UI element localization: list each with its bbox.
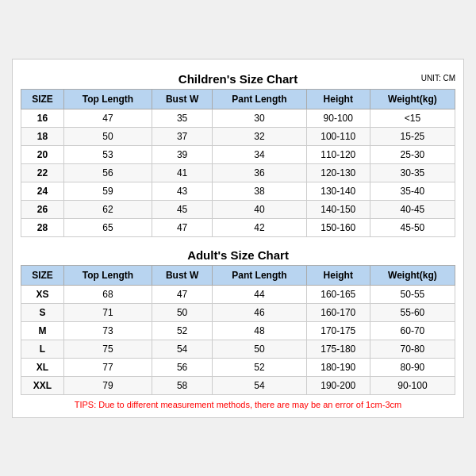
table-cell: 46 [213, 303, 306, 321]
adults-title-text: Adult's Size Chart [187, 248, 289, 262]
table-row: 22564136120-13030-35 [21, 163, 455, 182]
table-cell: 30 [213, 109, 306, 127]
table-cell: 175-180 [306, 340, 370, 358]
table-cell: 110-120 [306, 145, 370, 163]
table-cell: 58 [152, 376, 213, 394]
table-row: 20533934110-12025-30 [21, 145, 455, 163]
table-cell: 130-140 [306, 182, 370, 200]
table-cell: 52 [213, 358, 306, 376]
table-cell: 59 [63, 182, 152, 200]
adults-title: Adult's Size Chart [21, 244, 455, 265]
adults-col-toplength: Top Length [63, 265, 152, 285]
adults-col-size: SIZE [21, 265, 64, 285]
table-cell: 26 [21, 200, 64, 218]
table-cell: 42 [213, 218, 306, 236]
table-cell: 79 [63, 376, 152, 394]
table-cell: 52 [152, 321, 213, 340]
children-title-text: Children's Size Chart [178, 72, 298, 86]
table-cell: 36 [213, 163, 306, 182]
table-cell: 18 [21, 127, 64, 145]
table-row: XS684744160-16550-55 [21, 285, 455, 303]
table-row: L755450175-18070-80 [21, 340, 455, 358]
table-cell: 71 [63, 303, 152, 321]
table-cell: 140-150 [306, 200, 370, 218]
table-cell: 56 [63, 163, 152, 182]
table-row: 18503732100-11015-25 [21, 127, 455, 145]
table-cell: M [21, 321, 64, 340]
table-cell: 54 [152, 340, 213, 358]
table-cell: 38 [213, 182, 306, 200]
children-header-row: SIZE Top Length Bust W Pant Length Heigh… [21, 89, 455, 109]
table-row: M735248170-17560-70 [21, 321, 455, 340]
table-cell: 53 [63, 145, 152, 163]
adults-header-row: SIZE Top Length Bust W Pant Length Heigh… [21, 265, 455, 285]
children-col-toplength: Top Length [63, 89, 152, 109]
table-cell: 40 [213, 200, 306, 218]
table-row: XXL795854190-20090-100 [21, 376, 455, 394]
table-cell: 25-30 [370, 145, 455, 163]
unit-label: UNIT: CM [421, 74, 455, 83]
table-cell: 15-25 [370, 127, 455, 145]
table-cell: XXL [21, 376, 64, 394]
table-cell: <15 [370, 109, 455, 127]
table-row: S715046160-17055-60 [21, 303, 455, 321]
adults-col-pantlength: Pant Length [213, 265, 306, 285]
children-col-pantlength: Pant Length [213, 89, 306, 109]
table-cell: 120-130 [306, 163, 370, 182]
table-cell: 100-110 [306, 127, 370, 145]
table-cell: 28 [21, 218, 64, 236]
table-row: XL775652180-19080-90 [21, 358, 455, 376]
table-cell: 30-35 [370, 163, 455, 182]
table-row: 28654742150-16045-50 [21, 218, 455, 236]
table-cell: 50 [152, 303, 213, 321]
table-cell: 47 [63, 109, 152, 127]
table-cell: 54 [213, 376, 306, 394]
children-col-bustw: Bust W [152, 89, 213, 109]
table-cell: S [21, 303, 64, 321]
table-cell: 90-100 [306, 109, 370, 127]
table-cell: 75 [63, 340, 152, 358]
table-cell: 77 [63, 358, 152, 376]
table-cell: 55-60 [370, 303, 455, 321]
table-cell: 34 [213, 145, 306, 163]
table-cell: 47 [152, 285, 213, 303]
table-cell: 35-40 [370, 182, 455, 200]
table-cell: 160-170 [306, 303, 370, 321]
table-cell: 50 [213, 340, 306, 358]
children-col-weight: Weight(kg) [370, 89, 455, 109]
table-cell: 160-165 [306, 285, 370, 303]
table-cell: 20 [21, 145, 64, 163]
table-cell: 150-160 [306, 218, 370, 236]
table-cell: 41 [152, 163, 213, 182]
table-cell: 68 [63, 285, 152, 303]
table-cell: 50 [63, 127, 152, 145]
table-cell: 47 [152, 218, 213, 236]
table-cell: 50-55 [370, 285, 455, 303]
adults-col-weight: Weight(kg) [370, 265, 455, 285]
table-cell: 35 [152, 109, 213, 127]
table-cell: 48 [213, 321, 306, 340]
table-cell: 45-50 [370, 218, 455, 236]
table-cell: XS [21, 285, 64, 303]
table-cell: 170-175 [306, 321, 370, 340]
children-table: SIZE Top Length Bust W Pant Length Heigh… [21, 89, 455, 237]
table-cell: 16 [21, 109, 64, 127]
table-cell: 22 [21, 163, 64, 182]
table-row: 24594338130-14035-40 [21, 182, 455, 200]
table-cell: 62 [63, 200, 152, 218]
table-cell: XL [21, 358, 64, 376]
table-cell: 40-45 [370, 200, 455, 218]
table-cell: 65 [63, 218, 152, 236]
table-cell: 73 [63, 321, 152, 340]
table-cell: 45 [152, 200, 213, 218]
table-cell: 90-100 [370, 376, 455, 394]
table-cell: 43 [152, 182, 213, 200]
table-cell: 37 [152, 127, 213, 145]
adults-table: SIZE Top Length Bust W Pant Length Heigh… [21, 265, 455, 395]
table-row: 26624540140-15040-45 [21, 200, 455, 218]
table-cell: 24 [21, 182, 64, 200]
table-cell: L [21, 340, 64, 358]
adults-col-height: Height [306, 265, 370, 285]
children-col-size: SIZE [21, 89, 64, 109]
table-cell: 39 [152, 145, 213, 163]
